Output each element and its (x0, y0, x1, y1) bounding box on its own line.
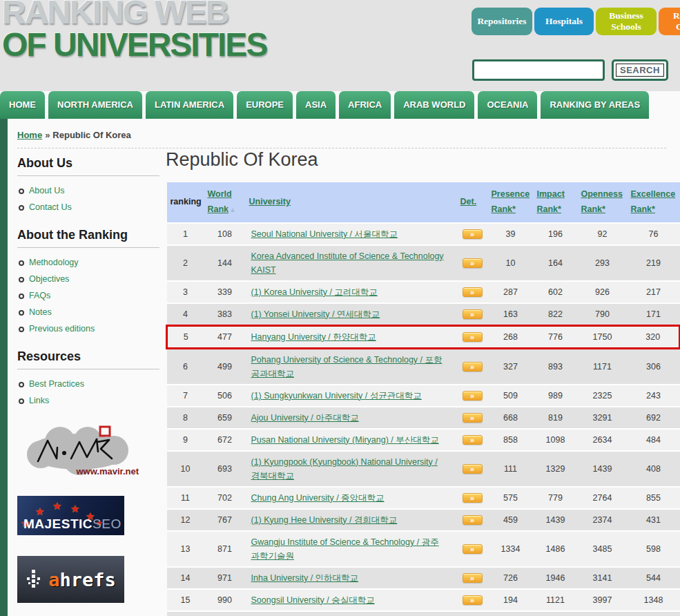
details-cell: » (457, 531, 488, 567)
breadcrumb-home-link[interactable]: Home (17, 130, 42, 140)
column-header-openness-rank[interactable]: Openness Rank* (578, 182, 628, 223)
details-button[interactable]: » (463, 287, 483, 297)
nav-tab-europe[interactable]: EUROPE (237, 91, 293, 119)
column-header-link-university[interactable]: University (249, 197, 291, 206)
sidebar-link-objectives[interactable]: Objectives (29, 274, 69, 284)
openness-cell: 2634 (578, 429, 628, 451)
nav-tab-latin-america[interactable]: LATIN AMERICA (146, 91, 233, 119)
sidebar-link-about-us[interactable]: About Us (29, 186, 64, 195)
university-link[interactable]: (1) Korea University / 고려대학교 (251, 287, 378, 297)
search-input[interactable] (472, 59, 605, 81)
table-row-rank-2: 2144Korea Advanced Institute of Science … (167, 245, 680, 281)
column-header-presence-rank[interactable]: Presence Rank* (488, 182, 534, 223)
column-header-link-impact-rank[interactable]: Impact Rank* (537, 189, 565, 214)
details-cell: » (457, 487, 488, 509)
column-header-link-excellence-rank[interactable]: Excellence Rank* (631, 189, 676, 214)
university-link[interactable]: Hanyang University / 한양대학교 (251, 332, 376, 342)
nav-tab-ranking-by-areas[interactable]: RANKING BY AREAS (541, 91, 649, 119)
details-button[interactable]: » (463, 391, 483, 401)
university-link[interactable]: Korea Advanced Institute of Science & Te… (251, 251, 444, 275)
top-button-research-centers[interactable]: Research Centers (659, 8, 680, 35)
university-link[interactable]: (1) Kyungpook (Kyungbook) National Unive… (251, 457, 438, 481)
top-button-repositories[interactable]: Repositories (472, 8, 532, 35)
search-button[interactable]: SEARCH (616, 64, 664, 77)
sidebar-link-previous-editions[interactable]: Previous editions (29, 324, 95, 334)
details-button[interactable]: » (463, 464, 483, 474)
university-link[interactable]: Pusan National University (Miryang) / 부산… (251, 435, 439, 445)
top-button-hospitals[interactable]: Hospitals (534, 8, 594, 35)
university-link[interactable]: Soongsil University / 숭실대학교 (251, 595, 375, 605)
details-button[interactable]: » (463, 309, 483, 319)
details-cell: » (457, 348, 488, 385)
column-header-impact-rank[interactable]: Impact Rank* (534, 182, 578, 223)
excellence-cell: 243 (628, 385, 680, 407)
details-button[interactable]: » (463, 413, 483, 423)
university-cell: Soongsil University / 숭실대학교 (246, 589, 457, 611)
logo-line-1: RANKING WEB (2, 0, 266, 28)
mavir-caption: www.mavir.net (76, 466, 139, 477)
sidebar-item-faqs: FAQs (17, 287, 159, 304)
sidebar-link-links[interactable]: Links (29, 396, 49, 405)
top-button-business-schools[interactable]: Business Schools (596, 8, 657, 35)
details-button[interactable]: » (463, 573, 483, 583)
details-button[interactable]: » (463, 258, 483, 268)
ranking-cell: 15 (167, 589, 204, 611)
nav-tab-africa[interactable]: AFRICA (339, 91, 391, 119)
university-link[interactable]: (1) Yonsei University / 연세대학교 (251, 309, 380, 319)
details-button[interactable]: » (463, 229, 483, 239)
excellence-cell: 1348 (628, 589, 680, 611)
details-cell: » (457, 451, 488, 487)
university-link[interactable]: Ajou University / 아주대학교 (251, 413, 359, 423)
university-link[interactable]: (1) Sungkyunkwan University / 성균관대학교 (251, 391, 422, 401)
world_rank-cell: 383 (204, 303, 246, 326)
university-link[interactable]: Gwangju Institute of Science & Technolog… (251, 537, 439, 561)
details-button[interactable]: » (463, 332, 483, 342)
nav-tab-oceania[interactable]: OCEANIA (478, 91, 537, 119)
details-button[interactable]: » (463, 595, 483, 605)
star-icon: ★ (52, 500, 61, 512)
excellence-cell: 306 (628, 348, 680, 385)
ranking-cell: 5 (167, 325, 204, 348)
column-header-link-det[interactable]: Det. (460, 197, 477, 206)
nav-tab-home[interactable]: HOME (0, 91, 45, 119)
nav-tab-arab-world[interactable]: ARAB WORLD (394, 91, 474, 119)
university-link[interactable]: Chung Ang University / 중앙대학교 (251, 493, 385, 503)
column-header-det[interactable]: Det. (457, 182, 488, 223)
sidebar-link-methodology[interactable]: Methodology (29, 258, 79, 267)
majestic-seo-logo[interactable]: ★ ★ ★ ★ ★ ★ MAJESTICSEO (17, 496, 124, 535)
presence-cell: 726 (488, 567, 534, 589)
column-header-link-presence-rank[interactable]: Presence Rank* (492, 189, 530, 214)
table-row-rank-4: 4383(1) Yonsei University / 연세대학교»163822… (167, 303, 680, 326)
world_rank-cell: 971 (204, 567, 246, 589)
ahrefs-logo[interactable]: ahrefs (17, 556, 124, 603)
presence-cell: 575 (488, 487, 534, 509)
presence-cell: 1334 (488, 531, 534, 567)
openness-cell: 1439 (578, 451, 628, 487)
sidebar-item-links: Links (17, 392, 159, 409)
nav-tab-asia[interactable]: ASIA (296, 91, 336, 119)
sidebar-link-faqs[interactable]: FAQs (29, 291, 50, 300)
sidebar-link-contact-us[interactable]: Contact Us (29, 202, 72, 212)
column-header-university[interactable]: University (246, 182, 457, 223)
details-button[interactable]: » (463, 515, 483, 525)
details-button[interactable]: » (463, 544, 483, 554)
column-header-link-openness-rank[interactable]: Openness Rank* (581, 189, 623, 214)
impact-cell: 1486 (534, 531, 578, 567)
details-button[interactable]: » (463, 362, 483, 372)
university-link[interactable]: Pohang University of Science & Technolog… (251, 355, 443, 378)
sidebar-link-notes[interactable]: Notes (29, 307, 52, 317)
column-header-world-rank[interactable]: World Rank▲ (204, 182, 246, 223)
university-link[interactable]: (1) Kyung Hee University / 경희대학교 (251, 515, 398, 525)
mavir-logo[interactable]: www.mavir.net (17, 423, 143, 478)
column-header-link-world-rank[interactable]: World Rank (208, 189, 232, 214)
details-button[interactable]: » (463, 435, 483, 445)
details-cell: » (457, 429, 488, 451)
university-link[interactable]: Seoul National University / 서울대학교 (251, 229, 398, 239)
details-button[interactable]: » (463, 493, 483, 503)
nav-tab-north-america[interactable]: NORTH AMERICA (48, 91, 142, 119)
university-link[interactable]: Inha University / 인하대학교 (251, 573, 359, 583)
excellence-cell: 544 (628, 567, 680, 589)
sidebar-link-best-practices[interactable]: Best Practices (29, 379, 84, 389)
details-cell: » (457, 589, 488, 611)
column-header-excellence-rank[interactable]: Excellence Rank* (628, 182, 680, 223)
